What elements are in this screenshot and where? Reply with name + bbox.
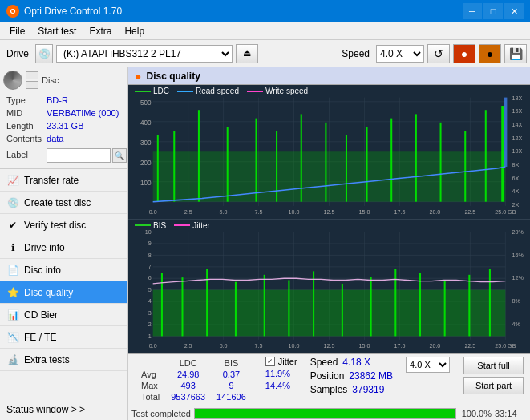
svg-rect-121 <box>489 269 491 336</box>
speed-row: Speed 4.18 X <box>310 357 393 368</box>
mid-label: MID <box>5 107 43 119</box>
svg-rect-111 <box>235 281 237 336</box>
disc-header-icons <box>26 71 38 89</box>
svg-text:7.5: 7.5 <box>255 341 263 349</box>
speed-stat-label: Speed <box>310 357 338 368</box>
save-button[interactable]: 💾 <box>504 44 527 63</box>
read-speed-color <box>177 91 193 92</box>
sidebar-item-drive-info[interactable]: ℹ Drive info <box>0 236 127 259</box>
svg-text:17.5: 17.5 <box>394 341 405 349</box>
menu-extra[interactable]: Extra <box>83 24 118 38</box>
speed-select[interactable]: 4.0 X 1.0 X 2.0 X 8.0 X <box>376 45 424 63</box>
stats-speed-select[interactable]: 4.0 X 1.0 X 2.0 X 8.0 X <box>406 357 450 373</box>
svg-text:7.5: 7.5 <box>255 208 263 216</box>
read-speed-legend: Read speed <box>177 87 239 95</box>
ldc-label: LDC <box>153 87 169 95</box>
title-bar-left: O Opti Drive Control 1.70 <box>6 5 122 18</box>
menu-file[interactable]: File <box>3 24 31 38</box>
progress-bar-container: Test completed 100.0% 33:14 <box>128 406 530 420</box>
svg-text:6X: 6X <box>512 175 520 182</box>
svg-text:2.5: 2.5 <box>184 341 192 349</box>
title-bar: O Opti Drive Control 1.70 ─ □ ✕ <box>0 0 530 22</box>
jitter-color <box>174 224 190 226</box>
start-full-button[interactable]: Start full <box>463 357 524 374</box>
eject-button[interactable]: ⏏ <box>236 44 258 63</box>
verify-test-disc-icon: ✔ <box>6 219 19 232</box>
sidebar-item-cd-bier[interactable]: 📊 CD Bier <box>0 304 127 326</box>
minimize-button[interactable]: ─ <box>463 3 482 19</box>
svg-rect-109 <box>181 277 183 336</box>
type-label: Type <box>5 95 43 106</box>
length-value: 23.31 GB <box>45 120 128 131</box>
refresh-button[interactable]: ↺ <box>427 44 450 63</box>
menu-help[interactable]: Help <box>118 24 151 38</box>
svg-text:200: 200 <box>140 160 152 167</box>
jitter-stats: Jitter 11.9% 14.4% <box>265 357 297 390</box>
svg-rect-112 <box>264 274 265 336</box>
sidebar-item-extra-tests[interactable]: 🔬 Extra tests <box>0 349 127 371</box>
start-part-button[interactable]: Start part <box>463 377 524 394</box>
sidebar-item-fe-te[interactable]: 📉 FE / TE <box>0 326 127 349</box>
svg-rect-53 <box>390 119 392 202</box>
svg-text:400: 400 <box>140 119 152 127</box>
type-value: BD-R <box>45 95 128 106</box>
svg-text:5: 5 <box>148 285 152 293</box>
svg-text:0.0: 0.0 <box>149 341 157 349</box>
sidebar-item-disc-info[interactable]: 📄 Disc info <box>0 259 127 281</box>
svg-text:20.0: 20.0 <box>429 208 440 216</box>
label-browse-button[interactable]: 🔍 <box>112 148 127 163</box>
svg-text:2.5: 2.5 <box>184 208 192 216</box>
status-window-button[interactable]: Status window > > <box>0 398 127 420</box>
contents-label: Contents <box>5 133 43 144</box>
close-button[interactable]: ✕ <box>504 3 524 19</box>
svg-rect-56 <box>464 131 466 201</box>
speed-select-area: 4.0 X 1.0 X 2.0 X 8.0 X <box>406 357 450 373</box>
svg-text:1: 1 <box>148 332 152 339</box>
svg-rect-51 <box>346 135 347 201</box>
settings-button2[interactable]: ● <box>479 44 501 63</box>
disc-btn1[interactable] <box>26 71 38 79</box>
progress-bar-outer <box>194 408 456 419</box>
max-label: Max <box>136 381 164 390</box>
svg-text:22.5: 22.5 <box>464 208 475 216</box>
progress-bar-inner <box>195 409 455 418</box>
sidebar-item-transfer-rate[interactable]: 📈 Transfer rate <box>0 169 127 192</box>
right-panel: ● Disc quality LDC Read speed <box>128 67 530 420</box>
svg-rect-58 <box>501 106 504 202</box>
svg-text:8%: 8% <box>512 297 521 305</box>
sidebar-item-disc-quality[interactable]: ⭐ Disc quality <box>0 281 127 304</box>
label-input[interactable] <box>47 148 111 163</box>
jitter-checkbox[interactable] <box>265 357 275 366</box>
top-chart-legend: LDC Read speed Write speed <box>135 87 308 95</box>
svg-text:17.5: 17.5 <box>394 208 405 216</box>
svg-rect-115 <box>342 283 343 335</box>
svg-text:8: 8 <box>148 251 152 258</box>
disc-panel: Disc Type BD-R MID VERBATIMe (000) Lengt… <box>0 67 127 169</box>
svg-text:25.0 GB: 25.0 GB <box>495 208 516 216</box>
disc-info-table: Type BD-R MID VERBATIMe (000) Length 23.… <box>3 93 130 165</box>
stats-col-bis: BIS <box>212 358 251 368</box>
sidebar: Disc Type BD-R MID VERBATIMe (000) Lengt… <box>0 67 128 420</box>
sidebar-item-verify-test-disc[interactable]: ✔ Verify test disc <box>0 214 127 236</box>
maximize-button[interactable]: □ <box>483 3 503 19</box>
bottom-chart-svg: 10 9 8 7 6 5 4 3 2 1 20% 16% 12% 8% 4% <box>128 220 530 353</box>
settings-button1[interactable]: ● <box>453 44 475 63</box>
menu-bar: File Start test Extra Help <box>0 22 530 40</box>
avg-ldc: 24.98 <box>166 370 210 379</box>
drive-icon-btn[interactable]: 💿 <box>35 44 53 63</box>
drive-select[interactable]: (K:) ATAPI iHBS312 2 PL17 <box>56 45 233 63</box>
svg-text:3: 3 <box>148 309 152 316</box>
fe-te-icon: 📉 <box>6 331 19 344</box>
menu-start-test[interactable]: Start test <box>31 24 83 38</box>
svg-text:5.0: 5.0 <box>220 208 228 216</box>
disc-btn2[interactable] <box>26 81 38 89</box>
transfer-rate-label: Transfer rate <box>24 175 79 186</box>
disc-quality-icon: ⭐ <box>6 286 19 299</box>
nav-items: 📈 Transfer rate 💿 Create test disc ✔ Ver… <box>0 169 127 398</box>
action-buttons: Start full Start part <box>463 357 524 394</box>
jitter-max-row: 14.4% <box>265 381 297 390</box>
svg-text:12X: 12X <box>512 135 523 142</box>
contents-value: data <box>45 133 128 144</box>
sidebar-item-create-test-disc[interactable]: 💿 Create test disc <box>0 192 127 214</box>
app-title: Opti Drive Control 1.70 <box>24 6 122 17</box>
